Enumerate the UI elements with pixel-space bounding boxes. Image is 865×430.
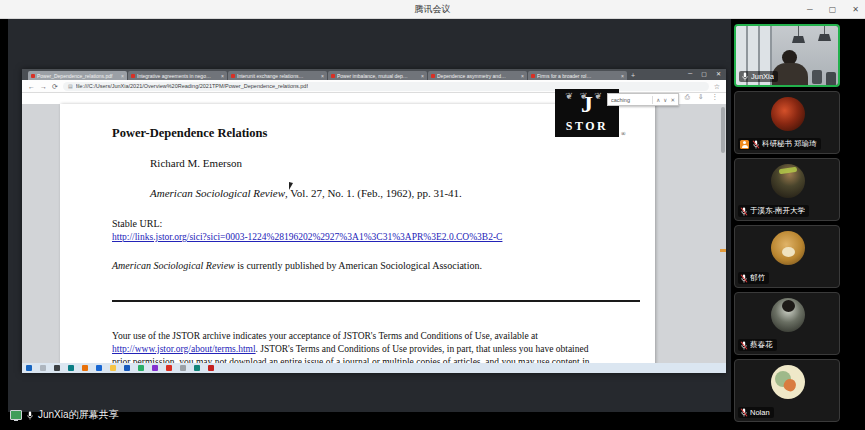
registered-mark: ® [621,131,626,137]
terms-link[interactable]: http://www.jstor.org/about/terms.html [112,344,256,354]
participant-tile[interactable]: 蔡春花 [734,292,840,355]
minimize-button[interactable]: ─ [807,5,813,14]
find-divider [652,96,653,104]
url-text: file:///C:/Users/JunXia/2021/Overview%20… [76,83,308,89]
taskbar-icon-app-gray[interactable] [180,365,186,371]
pendant-lamp [792,36,805,43]
mic-icon [26,411,34,420]
taskbar-icon-firefox[interactable] [82,365,88,371]
taskbar-icon-edge[interactable] [68,365,74,371]
participant-name-chip: JunXia [739,71,778,82]
taskbar-icon-word[interactable] [124,365,130,371]
participant-name: 蔡春花 [750,340,773,350]
find-in-page-bar[interactable]: caching ∧ ∨ ✕ [607,93,679,106]
mic-muted-icon [752,140,760,149]
taskbar-icon-explorer[interactable] [110,365,116,371]
participant-sidebar: JunXia 科研秘书 郑瑜琦 于溪东-南开大学 [734,24,840,422]
participant-tile[interactable]: JunXia [734,24,840,87]
taskbar-icon-pdf-reader[interactable] [166,365,172,371]
tab-close-icon[interactable]: × [521,73,524,79]
find-previous-icon[interactable]: ∧ [656,97,660,103]
browser-minimize-button[interactable]: ─ [688,70,692,77]
browser-tab[interactable]: Firms for a broader rol… × [528,71,627,80]
forward-icon[interactable]: → [40,83,47,90]
meeting-titlebar: 腾讯会议 ─ ▢ ✕ [0,0,865,19]
browser-tab[interactable]: Interunit exchange relations… × [228,71,327,80]
close-button[interactable]: ✕ [852,5,859,14]
browser-tab[interactable]: Integrative agreements in nego… × [128,71,227,80]
tab-close-icon[interactable]: × [221,73,224,79]
browser-tab[interactable]: Dependence asymmetry and… × [428,71,527,80]
back-icon[interactable]: ← [28,83,35,90]
browser-tab-strip: Power_Dependence_relations.pdf × Integra… [22,69,726,80]
window-controls: ─ ▢ ✕ [807,0,859,18]
taskbar-icon-wechat[interactable] [138,365,144,371]
screen-share-icon [10,410,22,420]
taskbar-icon-app-red[interactable] [208,365,214,371]
taskbar-icon-app-teal[interactable] [194,365,200,371]
pdf-favicon [331,74,335,78]
mic-muted-icon [740,408,748,417]
bookmark-star-icon[interactable]: ☆ [714,83,720,90]
browser-maximize-button[interactable]: ▢ [701,70,707,77]
stable-url-link[interactable]: http://links.jstor.org/sici?sici=0003-12… [112,232,502,242]
taskbar-icon-app-purple[interactable] [152,365,158,371]
avatar [771,298,805,332]
publisher-line: American Sociological Review is currentl… [112,260,482,271]
participant-name: JunXia [751,72,774,81]
taskbar-icon-task-view[interactable] [54,365,60,371]
participant-name: 于溪东-南开大学 [750,206,805,216]
screen-share-stage: Power_Dependence_relations.pdf × Integra… [8,19,731,412]
avatar [771,97,805,131]
find-next-icon[interactable]: ∨ [663,97,667,103]
avatar [771,231,805,265]
participant-name-chip: 郁竹 [738,272,769,284]
paper-title: Power-Dependence Relations [112,126,267,141]
scrollbar-find-marker [720,249,726,252]
participant-name-chip: 科研秘书 郑瑜琦 [738,138,821,150]
participant-tile[interactable]: Nolan [734,359,840,422]
share-banner-label: JunXia的屏幕共享 [38,408,119,422]
tab-close-icon[interactable]: × [421,73,424,79]
download-icon[interactable]: ⇩ [698,93,703,101]
browser-window-controls: ─ ▢ ✕ [688,70,721,77]
chair [812,70,822,84]
shared-desktop: Power_Dependence_relations.pdf × Integra… [22,69,726,373]
jstor-wordmark: STOR [566,119,608,133]
participant-name-chip: Nolan [738,407,774,418]
tab-close-icon[interactable]: × [121,73,124,79]
participant-name: 郁竹 [750,273,765,283]
browser-tab[interactable]: Power imbalance, mutual dep… × [328,71,427,80]
mic-muted-icon [740,341,748,350]
maximize-button[interactable]: ▢ [829,5,837,14]
terms-line-1: Your use of the JSTOR archive indicates … [112,331,538,341]
find-close-icon[interactable]: ✕ [670,97,675,103]
new-tab-button[interactable]: + [631,72,635,79]
pendant-lamp [818,34,831,41]
browser-tab[interactable]: Power_Dependence_relations.pdf × [28,71,127,80]
reload-icon[interactable]: ⟳ [52,83,58,90]
taskbar-icon-search[interactable] [40,365,46,371]
participant-name-chip: 于溪东-南开大学 [738,205,809,217]
mic-muted-icon [740,274,748,283]
browser-url-row: ← → ⟳ ▤ file:///C:/Users/JunXia/2021/Ove… [22,80,726,93]
windows-taskbar [22,363,726,373]
browser-close-button[interactable]: ✕ [716,70,721,77]
tab-close-icon[interactable]: × [321,73,324,79]
more-icon[interactable]: ⋮ [712,93,719,101]
pdf-favicon [431,74,435,78]
scrollbar-thumb[interactable] [721,107,725,153]
participant-tile[interactable]: 郁竹 [734,225,840,288]
taskbar-icon-chrome[interactable] [96,365,102,371]
participant-tile[interactable]: 于溪东-南开大学 [734,158,840,221]
taskbar-icon-start[interactable] [26,365,32,371]
participant-name: Nolan [750,408,770,417]
find-query[interactable]: caching [611,97,649,103]
terms-line-2: http://www.jstor.org/about/terms.html. J… [112,344,588,354]
pdf-favicon [131,74,135,78]
print-icon[interactable]: ⎙ [685,93,690,101]
avatar [771,365,805,399]
tab-close-icon[interactable]: × [621,73,624,79]
stable-url-label: Stable URL: [112,218,162,229]
participant-tile[interactable]: 科研秘书 郑瑜琦 [734,91,840,154]
